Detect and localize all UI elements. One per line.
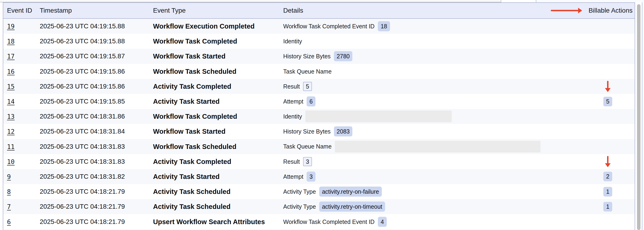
- event-id-link[interactable]: 7: [7, 203, 11, 210]
- detail-label: Task Queue Name: [283, 68, 332, 75]
- detail-value-badge: activity.retry-on-failure: [319, 187, 382, 197]
- top-strip: [0, 0, 644, 2]
- table-row: 6 2025-06-23 UTC 04:18:21.79 Upsert Work…: [3, 214, 635, 229]
- red-arrow-right-icon: [551, 8, 582, 13]
- table-row: 7 2025-06-23 UTC 04:18:21.79 Activity Ta…: [3, 199, 635, 214]
- partial-next-row: [3, 229, 635, 230]
- column-header-event-type[interactable]: Event Type: [153, 3, 186, 18]
- event-id-link[interactable]: 9: [7, 173, 11, 180]
- detail-label: History Size Bytes: [283, 53, 331, 60]
- billable-actions-cell: [598, 64, 617, 79]
- red-arrow-down-icon: [605, 81, 610, 92]
- event-type: Workflow Task Started: [153, 128, 226, 135]
- event-timestamp: 2025-06-23 UTC 04:18:31.84: [40, 128, 125, 135]
- event-timestamp: 2025-06-23 UTC 04:18:31.82: [40, 173, 125, 180]
- column-header-event-id[interactable]: Event ID: [7, 3, 32, 18]
- event-details: Result 5: [283, 82, 312, 91]
- table-row: 10 2025-06-23 UTC 04:18:31.83 Activity T…: [3, 154, 635, 169]
- detail-value-badge: 3: [303, 157, 312, 166]
- event-details: History Size Bytes 2083: [283, 127, 352, 137]
- event-details: Activity Type activity.retry-on-failure: [283, 187, 382, 197]
- event-details: Task Queue Name: [283, 68, 332, 75]
- detail-label: Workflow Task Completed Event ID: [283, 23, 374, 30]
- table-row: 8 2025-06-23 UTC 04:18:21.79 Activity Ta…: [3, 184, 635, 199]
- event-id-link[interactable]: 11: [7, 143, 15, 150]
- red-arrow-down-icon: [605, 156, 610, 167]
- detail-value-badge: activity.retry-on-timeout: [319, 202, 385, 212]
- toolbar-edge-segment: [536, 0, 644, 2]
- column-header-billable-actions: Billable Actions: [551, 3, 632, 18]
- detail-label: Identity: [283, 38, 302, 45]
- billable-actions-cell: [598, 154, 617, 169]
- column-header-details: Details: [283, 3, 303, 18]
- table-row: 11 2025-06-23 UTC 04:18:31.83 Workflow T…: [3, 139, 635, 154]
- detail-label: Task Queue Name: [283, 143, 332, 150]
- detail-value-badge: 6: [306, 96, 316, 106]
- event-timestamp: 2025-06-23 UTC 04:19:15.85: [40, 98, 125, 105]
- event-timestamp: 2025-06-23 UTC 04:19:15.88: [40, 23, 125, 30]
- toolbar-edge-segment: [0, 0, 501, 2]
- event-id-link[interactable]: 6: [7, 218, 11, 225]
- detail-label: Identity: [283, 113, 302, 120]
- toolbar-edge-segment: [501, 0, 536, 2]
- event-details: History Size Bytes 2780: [283, 51, 352, 61]
- detail-label: Workflow Task Completed Event ID: [283, 218, 374, 225]
- event-id-link[interactable]: 17: [7, 53, 15, 60]
- billable-actions-cell: [598, 124, 617, 139]
- event-id-link[interactable]: 14: [7, 98, 15, 105]
- detail-label: History Size Bytes: [283, 128, 331, 135]
- table-row: 13 2025-06-23 UTC 04:18:31.86 Workflow T…: [3, 109, 635, 124]
- event-type: Activity Task Scheduled: [153, 188, 230, 196]
- event-details: Workflow Task Completed Event ID 18: [283, 21, 390, 31]
- side-panel-sliver: [642, 2, 644, 230]
- billable-actions-badge: 2: [603, 172, 612, 181]
- billable-actions-cell: [598, 109, 617, 124]
- table-header-row: Event ID Timestamp Event Type Details Bi…: [3, 3, 635, 19]
- event-type: Workflow Task Started: [153, 52, 226, 60]
- event-id-link[interactable]: 15: [7, 83, 15, 90]
- billable-actions-badge: 1: [603, 187, 612, 196]
- table-row: 18 2025-06-23 UTC 04:19:15.88 Workflow T…: [3, 34, 635, 49]
- event-details: Task Queue Name: [283, 141, 540, 153]
- column-header-timestamp[interactable]: Timestamp: [40, 3, 72, 18]
- event-type: Upsert Workflow Search Attributes: [153, 218, 265, 225]
- event-id-link[interactable]: 8: [7, 188, 11, 195]
- table-row: 17 2025-06-23 UTC 04:19:15.87 Workflow T…: [3, 49, 635, 64]
- event-id-link[interactable]: 10: [7, 158, 15, 165]
- detail-value-badge: 18: [378, 21, 390, 31]
- event-id-link[interactable]: 19: [7, 23, 15, 30]
- event-history-table: Event ID Timestamp Event Type Details Bi…: [3, 2, 635, 230]
- table-row: 14 2025-06-23 UTC 04:19:15.85 Activity T…: [3, 94, 635, 109]
- event-id-link[interactable]: 16: [7, 68, 15, 75]
- detail-value-badge: 4: [378, 217, 387, 227]
- billable-actions-badge: 5: [603, 97, 612, 106]
- event-type: Workflow Task Scheduled: [153, 67, 236, 75]
- billable-actions-badge: 1: [603, 202, 612, 211]
- detail-value-badge: 2083: [334, 127, 352, 137]
- event-timestamp: 2025-06-23 UTC 04:18:21.79: [40, 203, 125, 210]
- billable-actions-cell: [598, 19, 617, 34]
- event-timestamp: 2025-06-23 UTC 04:18:31.83: [40, 158, 125, 165]
- event-timestamp: 2025-06-23 UTC 04:18:21.79: [40, 218, 125, 225]
- event-type: Workflow Execution Completed: [153, 23, 255, 30]
- event-id-link[interactable]: 12: [7, 128, 15, 135]
- event-type: Activity Task Started: [153, 173, 220, 180]
- event-type: Workflow Task Scheduled: [153, 143, 236, 150]
- table-row: 12 2025-06-23 UTC 04:18:31.84 Workflow T…: [3, 124, 635, 139]
- billable-actions-label: Billable Actions: [588, 3, 632, 18]
- billable-actions-cell: [598, 139, 617, 154]
- event-id-link[interactable]: 18: [7, 38, 15, 45]
- event-timestamp: 2025-06-23 UTC 04:19:15.87: [40, 52, 125, 60]
- vertical-scrollbar[interactable]: [637, 4, 640, 230]
- table-body: 19 2025-06-23 UTC 04:19:15.88 Workflow E…: [3, 19, 635, 230]
- billable-actions-cell: [598, 49, 617, 64]
- event-type: Activity Task Completed: [153, 82, 231, 90]
- event-id-link[interactable]: 13: [7, 113, 15, 120]
- billable-actions-cell: [598, 214, 617, 229]
- event-timestamp: 2025-06-23 UTC 04:18:21.79: [40, 188, 125, 195]
- detail-label: Activity Type: [283, 188, 316, 195]
- billable-actions-cell: [598, 79, 617, 94]
- detail-label: Result: [283, 158, 300, 165]
- billable-actions-cell: 1: [598, 199, 617, 214]
- event-type: Workflow Task Completed: [153, 113, 237, 121]
